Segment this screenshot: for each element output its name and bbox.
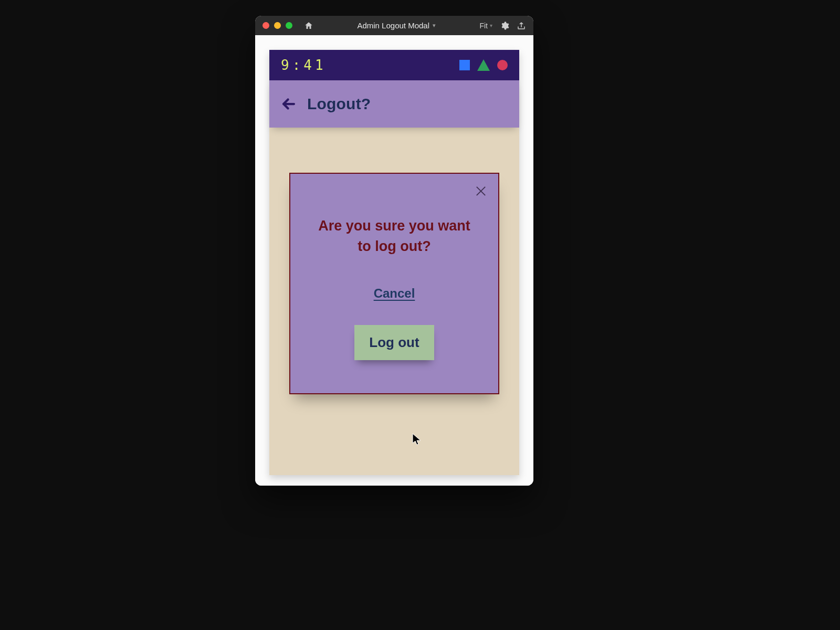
status-square-icon <box>459 60 470 70</box>
window-minimize-button[interactable] <box>274 22 281 29</box>
zoom-label: Fit <box>479 22 488 30</box>
chevron-down-icon: ▾ <box>433 22 436 29</box>
stage: Admin Logout Modal ▾ Fit ▾ 9:41 <box>129 0 711 630</box>
gear-icon[interactable] <box>500 21 509 30</box>
statusbar-time: 9:41 <box>281 57 327 73</box>
share-icon[interactable] <box>517 21 526 30</box>
window-zoom-button[interactable] <box>286 22 292 29</box>
phone-statusbar: 9:41 <box>269 50 519 80</box>
chevron-down-icon: ▾ <box>490 23 492 28</box>
phone-artboard: 9:41 Logout? <box>269 50 519 475</box>
page-title: Logout? <box>307 95 371 113</box>
design-canvas[interactable]: 9:41 Logout? <box>255 35 533 486</box>
window-title-text: Admin Logout Modal <box>357 21 429 30</box>
logout-button[interactable]: Log out <box>354 325 434 360</box>
window-close-button[interactable] <box>262 22 269 29</box>
window-titlebar: Admin Logout Modal ▾ Fit ▾ <box>255 16 533 35</box>
close-icon[interactable] <box>472 182 490 200</box>
preview-window: Admin Logout Modal ▾ Fit ▾ 9:41 <box>255 16 533 486</box>
logout-confirm-modal: Are you sure you want to log out? Cancel… <box>289 173 499 394</box>
status-triangle-icon <box>477 59 490 71</box>
window-traffic-lights <box>262 22 292 29</box>
status-circle-icon <box>497 60 508 70</box>
back-arrow-icon[interactable] <box>280 95 298 113</box>
cancel-link[interactable]: Cancel <box>374 286 415 301</box>
statusbar-icons <box>459 59 508 71</box>
cursor-icon <box>412 433 423 448</box>
app-header: Logout? <box>269 80 519 128</box>
home-icon[interactable] <box>304 21 313 30</box>
window-title[interactable]: Admin Logout Modal ▾ <box>319 21 474 30</box>
modal-message: Are you sure you want to log out? <box>316 216 473 257</box>
zoom-dropdown[interactable]: Fit ▾ <box>479 22 492 30</box>
